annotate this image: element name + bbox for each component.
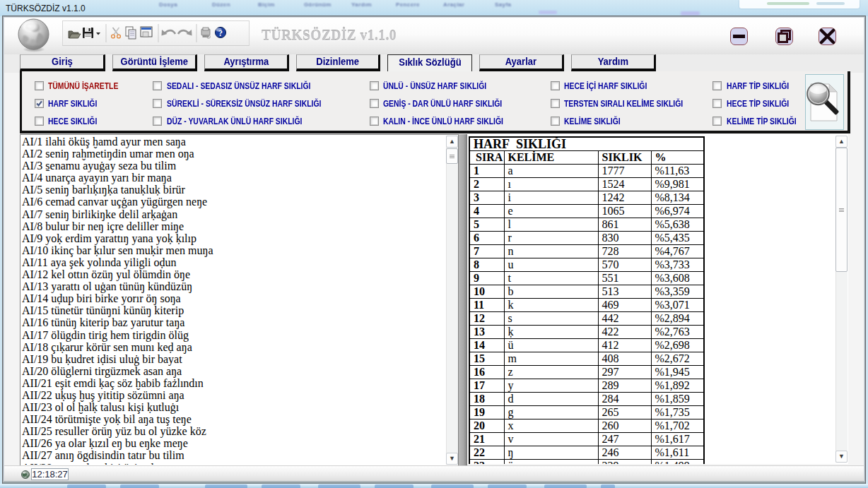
svg-text:?: ? xyxy=(218,28,223,38)
